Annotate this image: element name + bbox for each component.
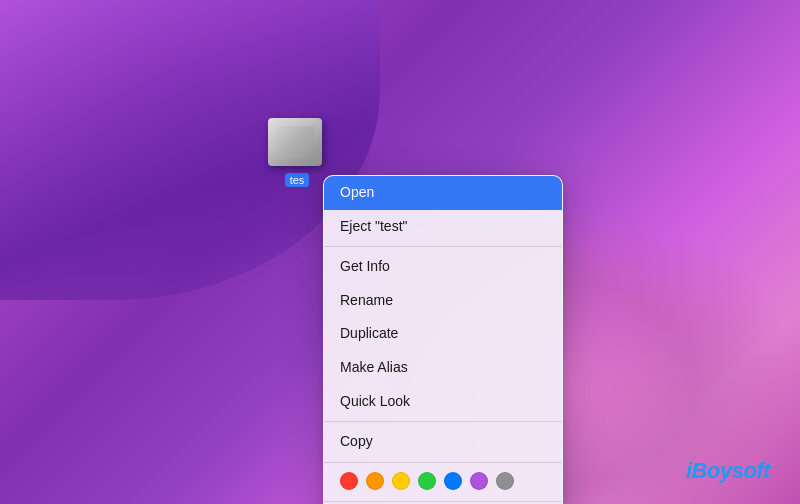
- separator-4: [324, 501, 562, 502]
- separator-3: [324, 462, 562, 463]
- tag-green[interactable]: [418, 472, 436, 490]
- drive-disk-graphic: [268, 118, 322, 166]
- menu-item-quick-look[interactable]: Quick Look: [324, 385, 562, 419]
- menu-item-open[interactable]: Open: [324, 176, 562, 210]
- menu-item-make-alias[interactable]: Make Alias: [324, 351, 562, 385]
- drive-image: [268, 118, 326, 170]
- context-menu: Open Eject "test" Get Info Rename Duplic…: [323, 175, 563, 504]
- separator-1: [324, 246, 562, 247]
- tag-blue[interactable]: [444, 472, 462, 490]
- menu-item-copy[interactable]: Copy: [324, 425, 562, 459]
- menu-item-rename[interactable]: Rename: [324, 284, 562, 318]
- menu-item-get-info[interactable]: Get Info: [324, 250, 562, 284]
- color-tags-row: [324, 466, 562, 498]
- drive-label: tes: [285, 173, 310, 187]
- iboysoft-logo: iBoysoft: [686, 458, 770, 484]
- tag-red[interactable]: [340, 472, 358, 490]
- tag-orange[interactable]: [366, 472, 384, 490]
- tag-yellow[interactable]: [392, 472, 410, 490]
- tag-gray[interactable]: [496, 472, 514, 490]
- menu-item-duplicate[interactable]: Duplicate: [324, 317, 562, 351]
- tag-purple[interactable]: [470, 472, 488, 490]
- separator-2: [324, 421, 562, 422]
- menu-item-eject[interactable]: Eject "test": [324, 210, 562, 244]
- drive-icon[interactable]: tes: [262, 118, 332, 187]
